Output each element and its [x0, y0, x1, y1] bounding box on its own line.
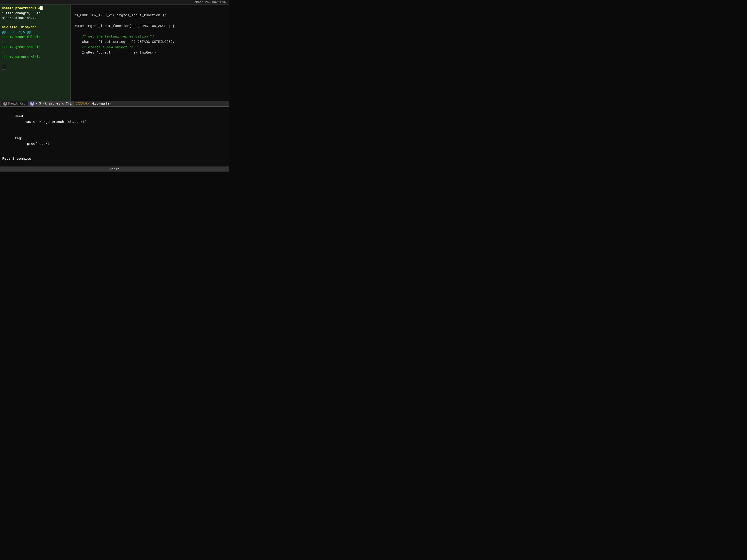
- title-bar: emacs-25.3@n261732: [0, 0, 229, 5]
- tab-2[interactable]: 2 - 3.4k imgres.c C/l: [28, 101, 74, 106]
- tab-1-num: 1: [3, 102, 7, 106]
- head-label: Head:: [15, 115, 25, 118]
- hunk-line: @@ -0,0 +1,5 @@: [2, 30, 69, 35]
- add-line-3: +To my great son Die: [2, 45, 69, 50]
- tag-value: proofread/1: [15, 142, 50, 146]
- bottom-section: Head: master Merge branch 'chapter6' Tag…: [0, 107, 229, 166]
- code-line-1: PG_FUNCTION_INFO_V1( imgres_input_functi…: [74, 13, 226, 18]
- mode-status: ⓞⓔⓔⓚ: [74, 102, 91, 106]
- tab-1-label: Magit Rev: [8, 102, 26, 105]
- tab-2-label: - 3.4k imgres.c C/l: [35, 102, 72, 105]
- head-line: Head: master Merge branch 'chapter6': [2, 108, 227, 130]
- tag-label: Tag:: [15, 137, 23, 140]
- commit-line: Commit proofread/1~4: [2, 6, 69, 11]
- screen: emacs-25.3@n261732 Commit proofread/1~4 …: [0, 0, 229, 171]
- code-line-5: /* create a new object */: [74, 45, 226, 50]
- mode-line: 1 Magit Rev 2 - 3.4k imgres.c C/l ⓞⓔⓔⓚ G…: [0, 101, 229, 107]
- mini-frame: [2, 65, 6, 70]
- code-line-4: char *input_string = PG_GETARG_CSTRING(0…: [74, 39, 226, 45]
- cursor: [40, 6, 43, 10]
- tab-1[interactable]: 1 Magit Rev: [1, 101, 28, 106]
- recent-commits-header: Recent commits: [2, 157, 227, 161]
- top-section: Commit proofread/1~4 1 file changed, 5 i…: [0, 5, 229, 101]
- right-pane: PG_FUNCTION_INFO_V1( imgres_input_functi…: [71, 5, 229, 101]
- code-line-3: /* get the textual represntation */: [74, 34, 226, 39]
- branch-label: Git-master: [92, 102, 111, 105]
- add-line-2: +: [2, 40, 69, 45]
- info-line: 1 file changed, 5 in: [2, 11, 69, 16]
- commit-row-1[interactable]: 1ac2329 master proofread/7 proofread/6 p…: [2, 161, 227, 166]
- newfile-line: new file misc/ded: [2, 25, 69, 30]
- title-text: emacs-25.3@n261732: [195, 0, 227, 4]
- bottom-mode-label: Magit: [110, 167, 119, 171]
- mode-branch: Git-master: [91, 102, 111, 105]
- mode-status-chars: ⓞⓔⓔⓚ: [76, 102, 88, 105]
- left-pane: Commit proofread/1~4 1 file changed, 5 i…: [0, 5, 71, 101]
- code-line-6: ImgRes *object = new_ImgRes();: [74, 50, 226, 55]
- tag-line: Tag: proofread/1: [2, 130, 227, 152]
- code-line-blank2: [74, 29, 226, 34]
- blank-line-2: [2, 60, 69, 64]
- add-line-5: +To my parents Miria: [2, 55, 69, 60]
- add-line-1: +To my beautiful wit: [2, 35, 69, 40]
- tab-2-num: 2: [30, 102, 34, 106]
- bottom-mode-line: Magit: [0, 166, 229, 171]
- file-line: misc/dedication.txt: [2, 16, 69, 21]
- add-line-4: +: [2, 50, 69, 55]
- code-line-blank1: [74, 18, 226, 23]
- code-line-2: Datum imgres_input_function( PG_FUNCTION…: [74, 24, 226, 29]
- blank-line: [2, 21, 69, 25]
- head-value: master Merge branch 'chapter6': [15, 120, 87, 124]
- blank: [2, 152, 227, 155]
